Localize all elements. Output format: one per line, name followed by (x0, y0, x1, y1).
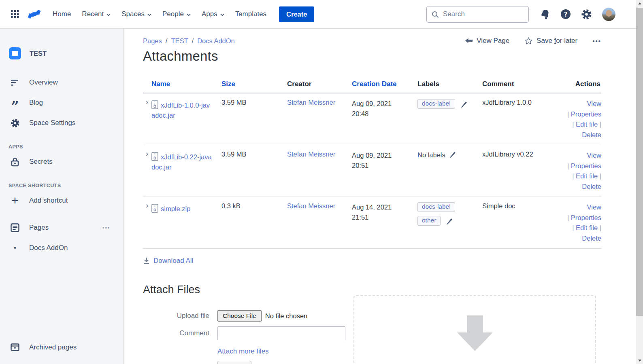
nav-item-label: Apps (202, 10, 217, 18)
quote-icon: ” (10, 101, 20, 105)
chevron-down-icon (187, 10, 191, 18)
confluence-logo-icon[interactable] (28, 8, 41, 20)
body-row: TEST Overview”BlogSpace Settings APPS Se… (0, 29, 636, 364)
download-all-label[interactable]: Download All (153, 257, 193, 265)
action-separator: | (598, 121, 601, 128)
action-delete[interactable]: Delete (582, 233, 601, 244)
file-dropzone[interactable]: Drop files here to attach them (353, 295, 596, 364)
action-view[interactable]: View (587, 150, 601, 161)
sidebar-item-space-settings[interactable]: Space Settings (0, 113, 123, 133)
sidebar-item-blog[interactable]: ”Blog (0, 93, 123, 113)
sidebar-tree-item-docs-addon[interactable]: •Docs AddOn (0, 238, 123, 258)
user-avatar[interactable] (602, 8, 615, 21)
creator-link[interactable]: Stefan Meissner (287, 99, 335, 106)
expand-chevron-icon[interactable]: › (146, 201, 148, 210)
more-options-icon[interactable]: ••• (592, 38, 601, 44)
nav-item-people[interactable]: People (162, 10, 191, 18)
app-switcher-icon[interactable] (11, 10, 19, 18)
nav-item-apps[interactable]: Apps (202, 10, 224, 18)
attachment-row: ›xJdfLib-0.22-javadoc.jar3.59 MBStefan M… (143, 145, 601, 197)
search-input[interactable] (426, 6, 529, 23)
column-header-creation-date[interactable]: Creation Date (343, 76, 409, 93)
column-header-actions: Actions (547, 76, 601, 93)
action-group: | Properties (567, 109, 601, 120)
no-labels-text: No labels (417, 151, 445, 159)
attachment-name-link[interactable]: xJdfLib-0.22-javadoc.jar (151, 153, 212, 171)
comment-input[interactable] (217, 326, 345, 340)
nav-item-spaces[interactable]: Spaces (121, 10, 151, 18)
action-edit-file[interactable]: Edit file (576, 224, 598, 231)
action-separator: | (598, 224, 601, 231)
action-properties[interactable]: Properties (571, 214, 601, 221)
breadcrumb-link-pages[interactable]: Pages (143, 37, 162, 44)
download-all-link[interactable]: Download All (143, 257, 636, 265)
table-body: ›xJdfLib-1.0.0-javadoc.jar3.59 MBStefan … (143, 93, 601, 249)
view-page-label: View Page (477, 37, 509, 45)
creator-link[interactable]: Stefan Meissner (287, 202, 335, 210)
attach-form: Upload file Choose File No file chosen C… (143, 310, 353, 364)
comment-cell: xJdfLibrary v0.22 (474, 145, 547, 197)
nav-item-recent[interactable]: Recent (82, 10, 111, 18)
sidebar-item-archived-pages[interactable]: Archived pages (0, 337, 123, 358)
action-view[interactable]: View (587, 99, 601, 109)
edit-labels-pencil-icon[interactable] (446, 218, 453, 226)
space-header[interactable]: TEST (0, 47, 123, 59)
sidebar-main-items: Overview”BlogSpace Settings (0, 72, 123, 133)
label-badge[interactable]: docs-label (417, 99, 455, 109)
space-name: TEST (30, 50, 47, 57)
nav-item-home[interactable]: Home (53, 10, 71, 18)
attach-more-files-link[interactable]: Attach more files (217, 347, 269, 356)
scroll-up-arrow-icon[interactable] (636, 0, 643, 7)
notifications-bell-icon[interactable] (540, 9, 550, 19)
labels-cell: docs-labelother (409, 197, 474, 249)
label-badge[interactable]: other (417, 216, 441, 226)
action-delete[interactable]: Delete (582, 182, 601, 192)
view-page-button[interactable]: View Page (465, 37, 509, 45)
back-arrow-icon (465, 38, 473, 44)
breadcrumb-link-docs-addon[interactable]: Docs AddOn (197, 37, 235, 44)
creation-time: 20:48 (352, 109, 409, 119)
nav-item-templates[interactable]: Templates (235, 10, 266, 18)
settings-gear-icon[interactable] (581, 9, 592, 20)
sidebar-item-pages[interactable]: Pages ••• (0, 218, 123, 238)
action-view[interactable]: View (587, 202, 601, 213)
creator-link[interactable]: Stefan Meissner (287, 150, 335, 158)
zip-file-icon (151, 204, 158, 214)
sidebar-item-overview[interactable]: Overview (0, 72, 123, 93)
scroll-down-arrow-icon[interactable] (636, 357, 643, 364)
column-header-size[interactable]: Size (213, 76, 279, 93)
save-for-later-button[interactable]: Save for later (524, 37, 577, 45)
attachment-name-link[interactable]: xJdfLib-1.0.0-javadoc.jar (151, 102, 210, 119)
main-content: Pages/TEST/Docs AddOn View Page Save for… (124, 29, 636, 364)
edit-labels-pencil-icon[interactable] (449, 151, 456, 160)
action-delete[interactable]: Delete (582, 130, 601, 140)
expand-chevron-icon[interactable]: › (146, 97, 148, 106)
confluence-app: HomeRecentSpacesPeopleAppsTemplates Crea… (0, 0, 643, 364)
scrollbar-thumb[interactable] (636, 8, 643, 316)
column-header-name[interactable]: Name (143, 76, 213, 93)
breadcrumb-link-test[interactable]: TEST (171, 37, 188, 44)
label-badge[interactable]: docs-label (417, 202, 455, 212)
create-button[interactable]: Create (279, 6, 314, 22)
attach-button[interactable]: Attach (217, 361, 251, 364)
actions-links: View| Properties| Edit file |Delete (555, 99, 601, 140)
breadcrumb: Pages/TEST/Docs AddOn (143, 37, 235, 45)
nav-item-label: Templates (235, 10, 266, 18)
gear-icon (10, 119, 20, 128)
labels-cell: docs-label (409, 93, 474, 145)
action-edit-file[interactable]: Edit file (576, 172, 598, 180)
nav-item-label: Home (53, 10, 71, 18)
add-shortcut-button[interactable]: + Add shortcut (0, 190, 123, 211)
action-edit-file[interactable]: Edit file (576, 121, 598, 128)
expand-chevron-icon[interactable]: › (146, 149, 148, 158)
edit-labels-pencil-icon[interactable] (460, 101, 467, 110)
sidebar-item-secrets[interactable]: Secrets (0, 152, 123, 172)
scrollbar[interactable] (636, 0, 643, 364)
more-icon[interactable]: ••• (102, 224, 110, 231)
action-properties[interactable]: Properties (571, 162, 601, 169)
attachment-row: ›simple.zip0.3 kBStefan MeissnerAug 14, … (143, 197, 601, 249)
action-properties[interactable]: Properties (571, 110, 601, 118)
attachment-name-link[interactable]: simple.zip (161, 205, 190, 212)
choose-file-button[interactable]: Choose File (217, 310, 262, 322)
help-icon[interactable]: ? (560, 9, 571, 19)
